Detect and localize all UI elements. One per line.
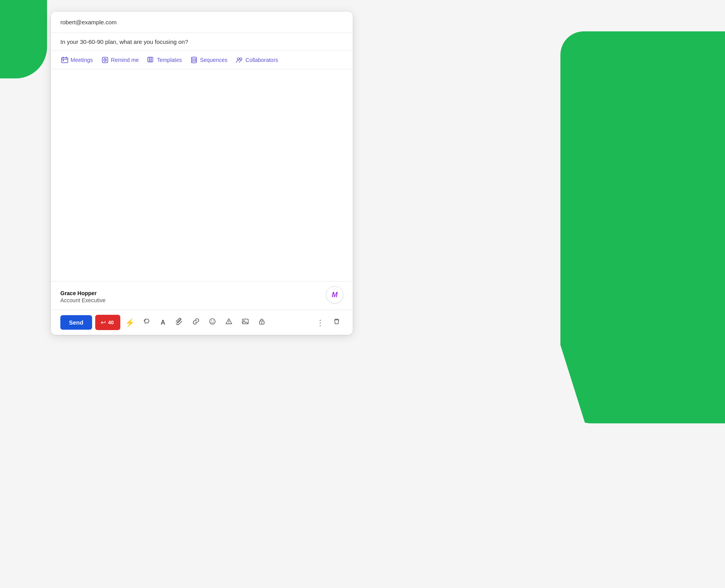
collaborators-button[interactable]: Collaborators (235, 55, 279, 65)
svg-point-24 (243, 320, 245, 321)
sequences-icon (190, 56, 198, 64)
subject-field-row[interactable]: In your 30-60-90 plan, what are you focu… (51, 33, 353, 51)
sequences-label: Sequences (200, 57, 227, 63)
compose-body[interactable] (51, 69, 353, 281)
tracking-options-button[interactable]: ↩ 40 (95, 315, 120, 330)
to-address: robert@example.com (60, 19, 117, 25)
remind-icon (102, 56, 109, 64)
remind-me-label: Remind me (111, 57, 139, 63)
svg-rect-0 (62, 58, 68, 63)
svg-point-20 (213, 321, 214, 321)
attach-button[interactable] (173, 316, 186, 329)
svg-point-15 (191, 61, 197, 63)
attach-icon (176, 318, 183, 327)
more-options-button[interactable]: ⋮ (314, 316, 327, 329)
svg-point-19 (211, 321, 212, 321)
meetings-label: Meetings (71, 57, 93, 63)
svg-point-16 (237, 58, 239, 60)
sequences-button[interactable]: Sequences (190, 55, 228, 65)
compose-signature: Grace Hopper Account Executive M (51, 281, 353, 310)
trash-icon (333, 318, 340, 327)
compose-card: robert@example.com In your 30-60-90 plan… (51, 12, 353, 335)
signature-title: Account Executive (60, 297, 105, 303)
svg-point-22 (228, 323, 229, 324)
svg-rect-4 (63, 60, 64, 61)
security-button[interactable] (255, 316, 268, 329)
signature-name: Grace Hopper (60, 290, 105, 296)
decorative-shape-right (560, 31, 725, 423)
remind-me-button[interactable]: Remind me (101, 55, 140, 65)
link-button[interactable] (189, 316, 203, 329)
undo-icon (143, 318, 150, 327)
emoji-button[interactable] (206, 316, 219, 329)
undo-button[interactable] (140, 316, 153, 329)
lightning-icon: ⚡ (125, 318, 135, 327)
delete-button[interactable] (330, 316, 343, 329)
meetings-button[interactable]: Meetings (60, 55, 94, 65)
templates-icon (147, 56, 154, 64)
signature-block: Grace Hopper Account Executive (60, 290, 105, 303)
link-icon (192, 318, 199, 327)
bottom-toolbar: Send ↩ 40 ⚡ A (51, 310, 353, 335)
to-field-row[interactable]: robert@example.com (51, 12, 353, 33)
font-button[interactable]: A (156, 316, 170, 329)
emoji-icon (209, 318, 216, 327)
svg-point-17 (240, 58, 242, 60)
templates-button[interactable]: Templates (147, 55, 183, 65)
tracking-count-icon: 40 (108, 319, 114, 325)
tracking-arrow-icon: ↩ (101, 319, 106, 326)
mixmax-logo: M (332, 291, 338, 299)
lock-icon (258, 318, 265, 327)
warning-button[interactable] (222, 316, 236, 329)
svg-line-8 (105, 60, 106, 60)
send-button[interactable]: Send (60, 315, 92, 330)
compose-toolbar: Meetings Remind me (51, 51, 353, 69)
tracking-button[interactable]: ⚡ (123, 316, 137, 329)
collaborators-icon (236, 56, 243, 64)
font-icon: A (161, 319, 165, 326)
mixmax-avatar: M (326, 286, 343, 303)
warning-icon (225, 318, 232, 327)
calendar-icon (61, 56, 68, 64)
image-icon (242, 318, 249, 327)
subject-text: In your 30-60-90 plan, what are you focu… (60, 38, 188, 45)
templates-label: Templates (157, 57, 182, 63)
image-button[interactable] (239, 316, 252, 329)
more-icon: ⋮ (316, 318, 324, 327)
collaborators-label: Collaborators (245, 57, 278, 63)
decorative-shape-topleft (0, 0, 47, 78)
svg-point-18 (210, 319, 215, 324)
